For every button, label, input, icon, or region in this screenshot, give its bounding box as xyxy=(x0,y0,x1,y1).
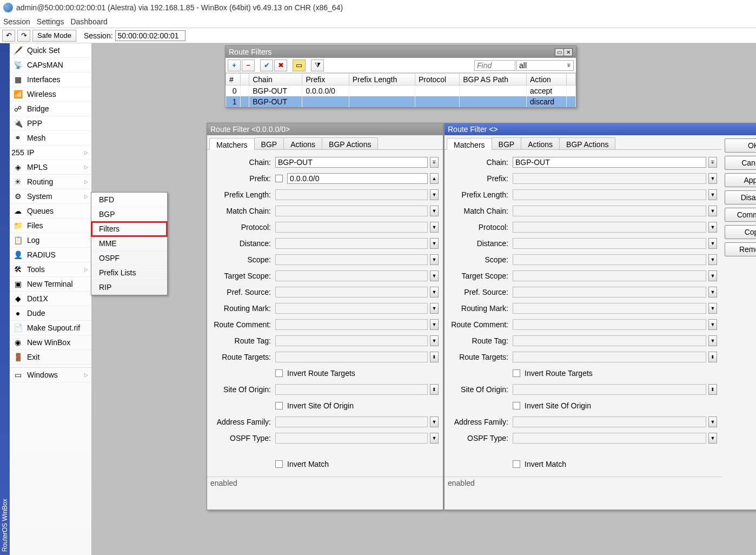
prefix-field[interactable] xyxy=(513,173,706,184)
column-header[interactable]: Chain xyxy=(249,74,302,85)
checkbox[interactable] xyxy=(513,369,520,377)
dropdown-icon[interactable]: ▼ xyxy=(708,417,717,427)
field-input[interactable] xyxy=(275,222,428,233)
field-input[interactable] xyxy=(275,270,428,281)
field-input[interactable] xyxy=(275,254,428,265)
dropdown-icon[interactable]: ▼ xyxy=(708,238,717,249)
checkbox[interactable] xyxy=(513,460,520,468)
dropdown-icon[interactable]: ▼ xyxy=(708,222,717,233)
sidebar-item-bridge[interactable]: ☍Bridge xyxy=(10,102,91,116)
session-field[interactable] xyxy=(115,30,185,41)
comment-button[interactable]: ▭ xyxy=(293,60,306,71)
checkbox[interactable] xyxy=(275,369,283,377)
sidebar-item-dot1x[interactable]: ◆Dot1X xyxy=(10,292,91,306)
tab-bgp[interactable]: BGP xyxy=(254,137,284,149)
field-input[interactable] xyxy=(275,303,428,314)
field-input[interactable] xyxy=(513,206,706,216)
dropdown-icon[interactable]: ▼ xyxy=(708,173,717,184)
checkbox[interactable] xyxy=(275,460,283,468)
dropdown-icon[interactable]: ∓ xyxy=(430,157,439,168)
spinner-icon[interactable]: ⬍ xyxy=(708,384,717,395)
filter-select[interactable]: all∓ xyxy=(516,60,574,71)
window-header[interactable]: Route Filters ▭ ✕ xyxy=(226,46,576,58)
minimize-icon[interactable]: ▭ xyxy=(555,48,564,56)
field-input[interactable] xyxy=(275,319,428,330)
sidebar-item-capsman[interactable]: 📡CAPsMAN xyxy=(10,58,91,72)
column-header[interactable]: # xyxy=(226,74,241,85)
field-input[interactable] xyxy=(513,335,706,346)
dropdown-icon[interactable]: ▼ xyxy=(708,189,717,200)
sidebar-item-ppp[interactable]: 🔌PPP xyxy=(10,116,91,131)
submenu-item-mme[interactable]: MME xyxy=(91,236,167,251)
submenu-item-ospf[interactable]: OSPF xyxy=(91,251,167,266)
collapse-icon[interactable]: ▲ xyxy=(430,173,439,184)
field-input[interactable] xyxy=(513,222,706,233)
dropdown-icon[interactable]: ▼ xyxy=(430,319,439,330)
filter-button[interactable]: ⧩ xyxy=(311,60,324,71)
dropdown-icon[interactable]: ▼ xyxy=(430,433,439,444)
dropdown-icon[interactable]: ▼ xyxy=(708,335,717,346)
sidebar-item-radius[interactable]: 👤RADIUS xyxy=(10,248,91,262)
submenu-item-bfd[interactable]: BFD xyxy=(91,193,167,207)
field-input[interactable] xyxy=(513,238,706,249)
checkbox[interactable] xyxy=(513,402,520,409)
dropdown-icon[interactable]: ▼ xyxy=(430,287,439,298)
prefix-field[interactable]: 0.0.0.0/0 xyxy=(287,173,428,184)
field-input[interactable] xyxy=(513,189,706,200)
tab-matchers[interactable]: Matchers xyxy=(447,138,492,150)
disable-button[interactable]: ✖ xyxy=(274,60,287,71)
field-input[interactable] xyxy=(513,287,706,298)
dialog-header[interactable]: Route Filter <0.0.0.0/0> xyxy=(207,123,443,135)
chain-select[interactable]: BGP-OUT xyxy=(275,157,428,168)
table-row[interactable]: 1BGP-OUTdiscard xyxy=(226,96,576,107)
sidebar-item-new-winbox[interactable]: ◉New WinBox xyxy=(10,335,91,350)
tab-actions[interactable]: Actions xyxy=(521,137,560,149)
sidebar-item-quick-set[interactable]: 🖋️Quick Set xyxy=(10,43,91,58)
dropdown-icon[interactable]: ▼ xyxy=(430,238,439,249)
remove-button[interactable]: − xyxy=(242,60,255,71)
dropdown-icon[interactable]: ∓ xyxy=(708,157,717,168)
dropdown-icon[interactable]: ▼ xyxy=(430,254,439,265)
dropdown-icon[interactable]: ▼ xyxy=(708,254,717,265)
submenu-item-prefix-lists[interactable]: Prefix Lists xyxy=(91,266,167,280)
dropdown-icon[interactable]: ▼ xyxy=(430,270,439,281)
spinner-icon[interactable]: ⬍ xyxy=(708,352,717,362)
redo-button[interactable]: ↷ xyxy=(17,30,30,42)
sidebar-item-system[interactable]: ⚙System▷ xyxy=(10,189,91,204)
field-input[interactable] xyxy=(513,433,706,444)
sidebar-item-ip[interactable]: 255IP▷ xyxy=(10,146,91,160)
enable-button[interactable]: ✔ xyxy=(260,60,273,71)
column-header[interactable] xyxy=(240,74,249,85)
dropdown-icon[interactable]: ▼ xyxy=(708,287,717,298)
spinner-icon[interactable]: ⬍ xyxy=(430,352,439,362)
tab-bgp[interactable]: BGP xyxy=(492,137,522,149)
close-icon[interactable]: ✕ xyxy=(563,48,573,56)
menu-settings[interactable]: Settings xyxy=(37,17,64,26)
field-input[interactable] xyxy=(513,303,706,314)
checkbox[interactable] xyxy=(275,175,283,182)
sidebar-item-wireless[interactable]: 📶Wireless xyxy=(10,87,91,102)
sidebar-item-windows[interactable]: ▭Windows▷ xyxy=(10,368,91,382)
ok-button[interactable]: OK xyxy=(725,138,756,153)
column-header[interactable]: Action xyxy=(526,74,566,85)
tab-bgp-actions[interactable]: BGP Actions xyxy=(322,137,378,149)
dropdown-icon[interactable]: ▼ xyxy=(430,417,439,427)
table-row[interactable]: 0BGP-OUT0.0.0.0/0accept xyxy=(226,85,576,97)
sidebar-item-interfaces[interactable]: ▦Interfaces xyxy=(10,72,91,87)
submenu-item-bgp[interactable]: BGP xyxy=(91,207,167,222)
field-input[interactable] xyxy=(513,352,706,362)
dropdown-icon[interactable]: ▼ xyxy=(430,206,439,216)
add-button[interactable]: + xyxy=(228,60,241,71)
menu-dashboard[interactable]: Dashboard xyxy=(70,17,108,26)
sidebar-item-log[interactable]: 📋Log xyxy=(10,233,91,248)
dropdown-icon[interactable]: ▼ xyxy=(708,303,717,314)
submenu-item-filters[interactable]: Filters xyxy=(91,222,167,236)
remove-button[interactable]: Remove xyxy=(725,242,756,256)
sidebar-item-exit[interactable]: 🚪Exit xyxy=(10,350,91,365)
column-header[interactable] xyxy=(567,74,576,85)
dropdown-icon[interactable]: ▼ xyxy=(430,303,439,314)
field-input[interactable] xyxy=(513,270,706,281)
sidebar-item-new-terminal[interactable]: ▣New Terminal xyxy=(10,277,91,292)
field-input[interactable] xyxy=(275,417,428,427)
field-input[interactable] xyxy=(275,287,428,298)
